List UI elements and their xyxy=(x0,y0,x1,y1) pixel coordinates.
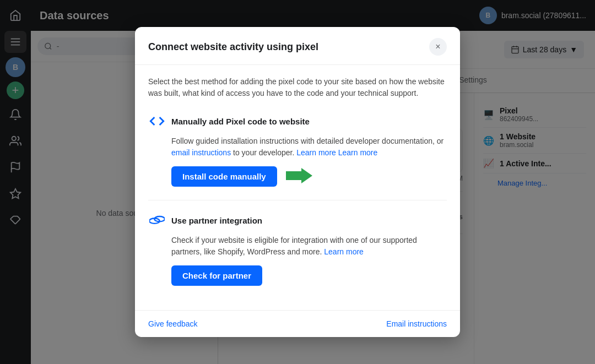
install-button-row: Install code manually xyxy=(171,166,447,187)
close-icon: × xyxy=(435,42,440,52)
code-icon xyxy=(148,112,166,130)
modal-title: Connect website activity using pixel xyxy=(148,41,318,53)
method-manual-desc: Follow guided installation instructions … xyxy=(171,135,447,159)
method-partner-desc: Check if your website is eligible for in… xyxy=(171,235,447,258)
green-arrow-svg xyxy=(286,167,312,184)
learn-more-manual-link2[interactable]: Learn more xyxy=(338,148,378,157)
email-instructions-footer-link[interactable]: Email instructions xyxy=(386,319,447,328)
modal-overlay: Connect website activity using pixel × S… xyxy=(0,0,595,364)
method-manual-desc-suffix: to your developer. xyxy=(233,148,294,157)
method-partner-desc-text: Check if your website is eligible for in… xyxy=(171,236,417,256)
partner-icon xyxy=(148,211,166,229)
connect-pixel-modal: Connect website activity using pixel × S… xyxy=(135,27,460,337)
section-divider xyxy=(148,200,447,200)
check-for-partner-button[interactable]: Check for partner xyxy=(171,265,262,286)
modal-header: Connect website activity using pixel × xyxy=(135,27,460,65)
give-feedback-link[interactable]: Give feedback xyxy=(148,319,198,328)
learn-more-manual-link[interactable]: Learn more xyxy=(296,148,336,157)
modal-footer: Give feedback Email instructions xyxy=(135,310,460,337)
modal-description: Select the best method for adding the pi… xyxy=(148,76,447,99)
method-partner-section: Use partner integration Check if your we… xyxy=(148,211,447,286)
svg-marker-15 xyxy=(286,168,312,183)
method-manual-title: Manually add Pixel code to website xyxy=(171,117,310,126)
modal-body: Select the best method for adding the pi… xyxy=(135,65,460,310)
install-code-manually-button[interactable]: Install code manually xyxy=(171,166,277,187)
method-partner-title-row: Use partner integration xyxy=(148,211,447,229)
method-manual-section: Manually add Pixel code to website Follo… xyxy=(148,112,447,187)
green-arrow-icon xyxy=(286,167,312,187)
method-partner-title: Use partner integration xyxy=(171,216,262,225)
method-manual-title-row: Manually add Pixel code to website xyxy=(148,112,447,130)
method-manual-desc-text: Follow guided installation instructions … xyxy=(171,137,443,145)
learn-more-partner-link[interactable]: Learn more xyxy=(324,247,364,256)
modal-close-button[interactable]: × xyxy=(429,38,447,56)
email-instructions-link[interactable]: email instructions xyxy=(171,148,231,157)
